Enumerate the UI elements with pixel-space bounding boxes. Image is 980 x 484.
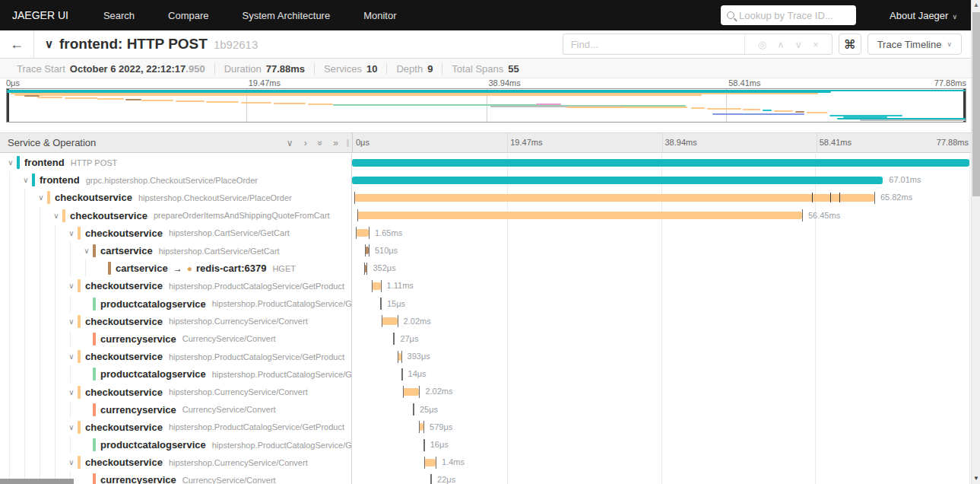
span-bar-cell[interactable]: 14μs — [352, 365, 969, 383]
trace-id-lookup[interactable] — [721, 5, 856, 25]
span-name-cell[interactable]: ∨ checkoutservice hipstershop.CurrencySe… — [0, 313, 352, 330]
span-bar[interactable] — [357, 212, 802, 219]
span-name-cell[interactable]: ∨ checkoutservice hipstershop.ProductCat… — [0, 419, 352, 436]
span-bar-cell[interactable]: 352μs — [352, 260, 969, 277]
service-name: checkoutservice — [85, 228, 163, 239]
span-name-cell[interactable]: ∨ productcatalogservice hipstershop.Prod… — [0, 295, 352, 313]
row-chevron-down-icon[interactable]: ∨ — [65, 458, 78, 466]
span-bar[interactable] — [372, 282, 381, 290]
operation-name: HTTP POST — [71, 158, 118, 167]
span-name-cell[interactable]: ∨ checkoutservice hipstershop.CartServic… — [0, 224, 352, 242]
span-name-cell[interactable]: ∨ productcatalogservice hipstershop.Prod… — [0, 365, 352, 383]
horizontal-scrollbar-thumb[interactable] — [0, 479, 74, 484]
span-name-cell[interactable]: ∨ checkoutservice hipstershop.ProductCat… — [0, 348, 352, 365]
span-bar-cell[interactable]: 25μs — [352, 401, 969, 419]
span-bar-cell[interactable]: 16μs — [352, 436, 969, 454]
row-chevron-down-icon[interactable]: ∨ — [5, 158, 17, 167]
span-bar-cell[interactable] — [352, 154, 969, 171]
minimap-right-drag-handle[interactable] — [963, 89, 966, 122]
back-button[interactable]: ← — [0, 37, 33, 53]
span-rows: ∨ frontend HTTP POST ∨ frontend grpc.hip… — [0, 154, 971, 484]
span-name-cell[interactable]: ∨ frontend grpc.hipstershop.CheckoutServ… — [0, 171, 352, 189]
span-bar[interactable] — [356, 229, 369, 237]
minimap-canvas[interactable] — [6, 88, 966, 123]
expand-all-icon[interactable]: » — [333, 138, 338, 148]
span-bar-cell[interactable]: 15μs — [352, 295, 969, 313]
trace-id-lookup-input[interactable] — [739, 10, 845, 21]
row-chevron-down-icon[interactable]: ∨ — [20, 176, 32, 184]
row-chevron-down-icon[interactable]: ∨ — [35, 193, 47, 202]
scroll-down-icon[interactable]: ▼ — [972, 475, 980, 482]
span-duration-label: 1.65ms — [375, 224, 402, 242]
span-bar-cell[interactable]: 65.82ms — [352, 189, 969, 206]
expand-one-icon[interactable]: › — [304, 138, 307, 148]
vertical-scrollbar[interactable]: ▲ ▼ — [971, 0, 980, 484]
span-bar-cell[interactable]: 2.02ms — [352, 383, 969, 400]
scroll-up-icon[interactable]: ▲ — [972, 2, 980, 8]
nav-item-monitor[interactable]: Monitor — [363, 10, 396, 21]
span-bar-cell[interactable]: 1.11ms — [352, 277, 969, 295]
span-boundary-line — [398, 351, 398, 363]
next-match-icon[interactable]: ∨ — [795, 39, 803, 50]
row-chevron-down-icon[interactable]: ∨ — [81, 247, 93, 255]
vertical-scrollbar-thumb[interactable] — [972, 12, 980, 196]
nav-item-search[interactable]: Search — [103, 10, 135, 21]
span-bar-cell[interactable]: 393μs — [352, 348, 969, 365]
span-bar-cell[interactable]: 67.01ms — [352, 171, 969, 189]
collapse-trace-detail-chevron-icon[interactable]: ∨ — [45, 37, 53, 51]
span-name-cell[interactable]: ∨ checkoutservice hipstershop.CheckoutSe… — [0, 189, 352, 206]
keyboard-shortcuts-button[interactable]: ⌘ — [839, 33, 861, 55]
span-bar[interactable] — [352, 159, 969, 167]
row-chevron-down-icon[interactable]: ∨ — [65, 317, 78, 326]
span-bar[interactable] — [403, 388, 419, 396]
timeline-ticks-header: 0μs 19.47ms 38.94ms 58.41ms 77.88ms — [352, 133, 971, 152]
row-chevron-down-icon[interactable]: ∨ — [65, 229, 78, 237]
find-input[interactable] — [563, 39, 744, 50]
clear-find-icon[interactable]: × — [813, 39, 819, 50]
span-bar[interactable] — [354, 194, 874, 202]
minimap-left-drag-handle[interactable] — [7, 89, 9, 122]
span-row: ∨ productcatalogservice hipstershop.Prod… — [0, 365, 971, 383]
span-name-cell[interactable]: ∨ checkoutservice hipstershop.CurrencySe… — [0, 383, 352, 400]
span-boundary-line — [357, 209, 358, 221]
row-chevron-down-icon[interactable]: ∨ — [65, 352, 78, 361]
span-bar-cell[interactable]: 2.02ms — [352, 313, 969, 330]
span-name-cell[interactable]: ∨ checkoutservice hipstershop.ProductCat… — [0, 277, 352, 295]
app-brand[interactable]: JAEGER UI — [12, 9, 68, 21]
row-chevron-down-icon[interactable]: ∨ — [65, 388, 78, 396]
span-name-cell[interactable]: ∨ checkoutservice hipstershop.CurrencySe… — [0, 454, 352, 471]
operation-name: hipstershop.CartService/GetCart — [169, 228, 290, 237]
nav-right: About Jaeger∨ — [721, 5, 957, 25]
span-bar-cell[interactable]: 27μs — [352, 330, 969, 348]
prev-match-icon[interactable]: ∧ — [777, 39, 785, 50]
span-bar-cell[interactable]: 1.4ms — [352, 454, 969, 471]
span-bar-cell[interactable]: 579μs — [352, 419, 969, 436]
collapse-one-icon[interactable]: ∨ — [287, 138, 293, 148]
span-bar[interactable] — [424, 459, 436, 466]
nav-item-compare[interactable]: Compare — [168, 10, 208, 21]
span-name-cell[interactable]: ∨ checkoutservice prepareOrderItemsAndSh… — [0, 207, 352, 224]
focus-match-icon[interactable]: ◎ — [758, 39, 766, 50]
span-bar-cell[interactable]: 510μs — [352, 242, 969, 260]
collapse-all-icon[interactable]: » — [315, 140, 325, 145]
span-name-cell[interactable]: ∨ cartservice hipstershop.CartService/Ge… — [0, 242, 352, 260]
span-name-cell[interactable]: ∨ productcatalogservice hipstershop.Prod… — [0, 436, 352, 454]
service-name: checkoutservice — [85, 387, 163, 398]
span-name-cell[interactable]: ∨ currencyservice CurrencyService/Conver… — [0, 330, 352, 348]
span-bar-cell[interactable]: 56.45ms — [352, 207, 969, 224]
about-jaeger-menu[interactable]: About Jaeger∨ — [890, 10, 957, 21]
row-chevron-down-icon[interactable]: ∨ — [50, 212, 62, 220]
row-chevron-down-icon[interactable]: ∨ — [65, 423, 78, 431]
span-bar[interactable] — [352, 177, 883, 184]
minimap-span-segment — [763, 110, 772, 111]
span-name-cell[interactable]: ∨ currencyservice CurrencyService/Conver… — [0, 401, 352, 419]
span-name-cell[interactable]: ∨ cartservice → ● redis-cart:6379 HGET — [0, 260, 352, 277]
column-resizer-handle[interactable]: ∥ — [346, 139, 350, 147]
span-bar-cell[interactable]: 1.65ms — [352, 224, 969, 242]
span-bar-cell[interactable]: 22μs — [352, 471, 969, 484]
trace-view-selector[interactable]: Trace Timeline ∨ — [867, 33, 962, 55]
span-name-cell[interactable]: ∨ frontend HTTP POST — [0, 154, 352, 171]
row-chevron-down-icon[interactable]: ∨ — [65, 282, 78, 290]
span-bar[interactable] — [382, 317, 398, 325]
nav-item-system-architecture[interactable]: System Architecture — [243, 10, 331, 21]
